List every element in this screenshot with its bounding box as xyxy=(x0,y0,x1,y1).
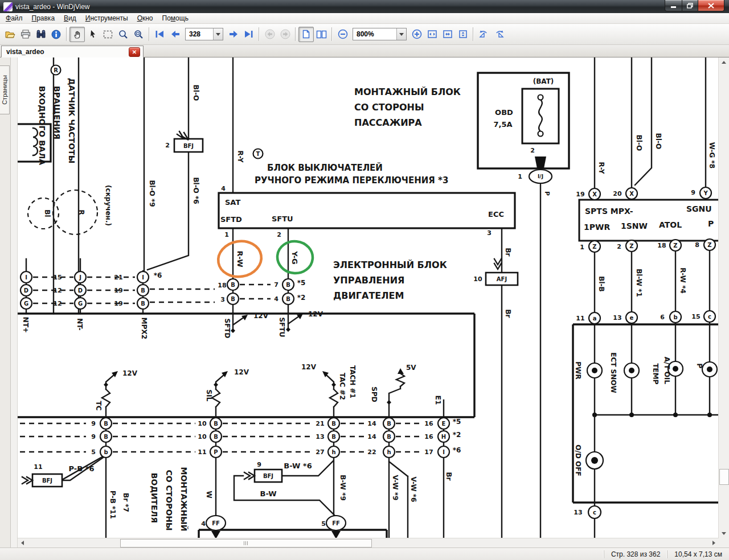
diagram-label: 20 xyxy=(613,190,622,197)
diagram-label: 11 xyxy=(34,463,42,471)
menu-item[interactable]: Правка xyxy=(27,14,60,23)
diagram-label: Bl-O xyxy=(654,133,662,149)
diagram-label: OBD xyxy=(495,108,513,117)
first-page-button[interactable] xyxy=(152,27,167,42)
menu-item[interactable]: Инструменты xyxy=(81,14,133,23)
zoom-out-button[interactable] xyxy=(335,27,350,42)
diagram-label: Bl-O *9 xyxy=(148,180,156,207)
diagram-label: 12 xyxy=(53,300,62,307)
diagram-label: b xyxy=(673,314,677,320)
close-button[interactable] xyxy=(698,0,724,11)
zoom-level-combo[interactable]: 800% xyxy=(353,28,407,40)
scroll-left-arrow-icon[interactable] xyxy=(18,538,27,547)
minimize-button[interactable] xyxy=(665,0,682,11)
hand-tool-button[interactable] xyxy=(69,27,85,42)
rect-select-icon xyxy=(103,30,113,39)
toolbar-separator xyxy=(259,27,260,41)
rect-select-button[interactable] xyxy=(100,27,116,42)
diagram-label: ВРАЩЕНИЯ xyxy=(52,86,62,139)
prev-page-button[interactable] xyxy=(167,27,183,42)
diagram-label: РУЧНОГО РЕЖИМА ПЕРЕКЛЮЧЕНИЯ *3 xyxy=(255,175,448,186)
sidebar-tab-pages[interactable]: Страницы xyxy=(0,65,10,114)
diagram-label: 12 xyxy=(53,287,62,294)
document-view[interactable]: ДАТЧИК ЧАСТОТЫВРАЩЕНИЯВХОДНОГО ВАЛАRBlR(… xyxy=(18,57,729,547)
window-title: vista_ardeo - WinDjView xyxy=(15,3,90,11)
diagram-label: ДАТЧИК ЧАСТОТЫ xyxy=(67,78,76,163)
single-page-layout-button[interactable] xyxy=(298,27,314,42)
select-cursor-icon xyxy=(88,30,97,39)
minimize-icon xyxy=(671,3,677,8)
restore-button[interactable] xyxy=(682,0,698,11)
back-button[interactable] xyxy=(262,27,277,42)
fit-width-button[interactable] xyxy=(424,27,440,42)
diagram-label: 12V xyxy=(122,369,138,377)
fit-height-button[interactable] xyxy=(455,27,470,42)
page-combo-dropdown[interactable] xyxy=(213,28,223,40)
print-button[interactable] xyxy=(18,27,33,42)
diagram-label: 22 xyxy=(367,448,376,456)
zoom-window-button[interactable] xyxy=(131,27,146,42)
diagram-label: TEMP xyxy=(652,363,660,384)
rotate-left-button[interactable] xyxy=(476,27,492,42)
diagram-label: *5 xyxy=(297,279,306,287)
facing-pages-layout-button[interactable] xyxy=(314,27,329,42)
diagram-label: 12V xyxy=(253,312,269,320)
diagram-label: 4 xyxy=(221,185,226,192)
zoom-tool-button[interactable] xyxy=(116,27,131,42)
vertical-scrollbar-thumb[interactable] xyxy=(719,469,729,485)
diagram-label: (BAT) xyxy=(533,77,554,85)
scroll-up-arrow-icon[interactable] xyxy=(719,57,729,67)
menu-item[interactable]: Файл xyxy=(1,14,27,23)
info-button[interactable] xyxy=(48,27,64,42)
rotate-right-button[interactable] xyxy=(492,27,507,42)
diagram-label: B xyxy=(331,434,336,440)
forward-button[interactable] xyxy=(277,27,293,42)
diagram-label: B-W xyxy=(260,489,276,498)
fit-page-button[interactable] xyxy=(440,27,455,42)
diagram-label: ПАССАЖИРА xyxy=(354,117,422,128)
app-icon xyxy=(3,2,13,11)
vertical-scrollbar[interactable] xyxy=(718,57,729,538)
horizontal-scrollbar-thumb[interactable] xyxy=(120,539,372,547)
diagram-label: 16 xyxy=(424,433,433,440)
diagram-label: 18 xyxy=(657,242,666,249)
forward-icon xyxy=(280,29,290,39)
diagram-label: 16 xyxy=(424,420,433,427)
fit-width-icon xyxy=(427,30,437,39)
diagram-label: Bl-O xyxy=(192,85,200,101)
diagram-label: ДВИГАТЕЛЕМ xyxy=(333,290,404,301)
open-button[interactable] xyxy=(2,27,18,42)
zoom-level-value[interactable]: 800% xyxy=(353,30,396,38)
next-page-button[interactable] xyxy=(226,27,241,42)
page-number-value[interactable]: 328 xyxy=(186,30,213,38)
toolbar-separator xyxy=(149,27,150,41)
diagram-label: (скручен.) xyxy=(104,185,112,226)
menu-item[interactable]: Помощь xyxy=(158,14,193,23)
diagram-label: ВОДИТЕЛЯ xyxy=(150,473,159,523)
diagram-label: 10 xyxy=(198,420,207,427)
zoom-combo-dropdown[interactable] xyxy=(396,28,406,40)
tab-close-button[interactable]: ✕ xyxy=(129,47,140,57)
rotate-right-icon xyxy=(494,30,505,39)
wiring-diagram: ДАТЧИК ЧАСТОТЫВРАЩЕНИЯВХОДНОГО ВАЛАRBlR(… xyxy=(18,57,719,541)
document-tab[interactable]: vista_ardeo ✕ xyxy=(1,46,144,57)
scroll-down-arrow-icon[interactable] xyxy=(719,529,729,538)
menu-item[interactable]: Окно xyxy=(133,14,158,23)
zoom-in-button[interactable] xyxy=(409,27,424,42)
sidebar-splitter[interactable] xyxy=(11,57,18,547)
last-page-button[interactable] xyxy=(241,27,256,42)
diagram-label: 14 xyxy=(367,420,376,427)
diagram-label: 9 xyxy=(91,420,96,427)
diagram-label: P-B *11 xyxy=(109,491,117,519)
search-button[interactable] xyxy=(33,27,48,42)
close-icon xyxy=(708,3,714,9)
diagram-label: SAT xyxy=(225,198,240,207)
select-tool-button[interactable] xyxy=(85,27,100,42)
page-number-combo[interactable]: 328 xyxy=(185,28,223,40)
diagram-label: 1SNW xyxy=(621,221,648,230)
horizontal-scrollbar[interactable] xyxy=(18,538,719,547)
diagram-label: D xyxy=(78,287,83,294)
scroll-right-arrow-icon[interactable] xyxy=(709,538,719,547)
menu-item[interactable]: Вид xyxy=(59,14,81,23)
diagram-label: УПРАВЛЕНИЯ xyxy=(333,275,404,286)
